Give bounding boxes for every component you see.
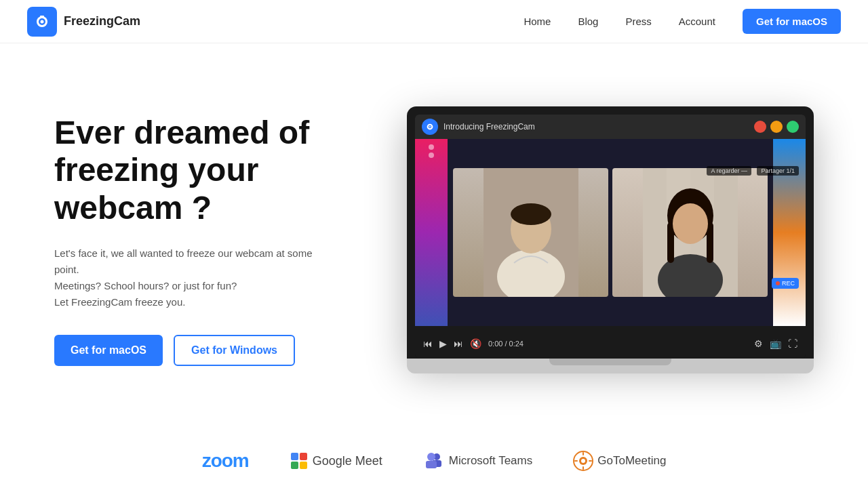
cast-button[interactable]: 📺 [770, 338, 781, 349]
brands-section: zoom Google Meet Micro [0, 423, 868, 488]
brand-zoom: zoom [202, 450, 249, 472]
svg-point-21 [673, 203, 708, 244]
svg-rect-25 [291, 462, 298, 469]
get-macos-button[interactable]: Get for macOS [54, 335, 163, 366]
progress-track[interactable] [415, 326, 806, 329]
nav-press[interactable]: Press [625, 16, 651, 27]
svg-rect-38 [574, 460, 578, 462]
video-container: Introducing FreezingCam [415, 115, 806, 359]
topbar-controls [754, 121, 799, 133]
person-1-silhouette [484, 168, 578, 297]
logo-text: FreezingCam [64, 14, 140, 28]
person-1-video [453, 168, 608, 297]
time-display: 0:00 / 0:24 [488, 340, 524, 348]
svg-rect-36 [583, 452, 584, 455]
video-sidebar-left [415, 139, 448, 326]
window-maximize-btn[interactable] [787, 121, 799, 133]
sidebar-dot [429, 144, 434, 150]
window-close-btn[interactable] [754, 121, 766, 133]
hero-buttons: Get for macOS Get for Windows [54, 335, 339, 366]
settings-button[interactable]: ⚙ [754, 338, 763, 349]
goto-meeting-icon [573, 451, 593, 471]
skip-forward-button[interactable]: ⏭ [454, 338, 463, 349]
svg-rect-39 [589, 460, 592, 462]
hero-left: Ever dreamed of freezing your webcam ? L… [54, 114, 339, 366]
laptop-base [407, 359, 814, 373]
person-2-video [612, 168, 768, 297]
svg-rect-26 [300, 462, 307, 469]
svg-point-6 [429, 126, 431, 127]
get-macos-nav-button[interactable]: Get for macOS [743, 9, 841, 34]
window-minimize-btn[interactable] [770, 121, 783, 133]
logo-area: FreezingCam [27, 7, 140, 37]
video-controls: ⏮ ▶ ⏭ 🔇 0:00 / 0:24 ⚙ 📺 ⛶ [415, 329, 806, 359]
logo-icon [27, 7, 57, 37]
fullscreen-button[interactable]: ⛶ [788, 338, 797, 349]
laptop-screen: Introducing FreezingCam [415, 115, 806, 359]
svg-point-35 [581, 459, 585, 463]
nav-account[interactable]: Account [679, 16, 715, 27]
mute-button[interactable]: 🔇 [470, 338, 481, 349]
svg-rect-37 [583, 466, 584, 470]
hero-laptop: Introducing FreezingCam [407, 106, 814, 373]
svg-rect-19 [667, 222, 674, 263]
svg-point-2 [41, 20, 44, 23]
person-2-silhouette [643, 168, 738, 297]
topbar-title: Introducing FreezingCam [443, 122, 749, 131]
hero-section: Ever dreamed of freezing your webcam ? L… [0, 43, 868, 423]
brand-google-meet: Google Meet [290, 451, 382, 470]
play-button[interactable]: ▶ [439, 338, 447, 349]
video-main-area: A regarder — Partager 1/1 REC [415, 139, 806, 326]
brand-microsoft-teams: Microsoft Teams [423, 451, 532, 471]
cam-icon [425, 122, 435, 131]
nav-blog[interactable]: Blog [578, 16, 598, 27]
svg-point-30 [427, 453, 435, 461]
video-overlay-2: Partager 1/1 [757, 166, 799, 176]
video-topbar: Introducing FreezingCam [415, 115, 806, 139]
skip-back-button[interactable]: ⏮ [423, 338, 433, 349]
svg-rect-32 [426, 461, 437, 468]
topbar-cam-icon [422, 119, 438, 135]
laptop-screen-outer: Introducing FreezingCam [407, 106, 814, 359]
get-windows-button[interactable]: Get for Windows [174, 335, 295, 366]
svg-rect-20 [707, 222, 713, 263]
video-cell-2 [612, 168, 768, 297]
video-grid [453, 168, 768, 297]
hero-description: Let's face it, we all wanted to freeze o… [54, 245, 339, 310]
svg-rect-3 [40, 16, 44, 18]
video-cell-1 [453, 168, 608, 297]
rec-dot [776, 281, 780, 285]
camera-icon [33, 12, 52, 31]
microsoft-teams-icon [423, 451, 443, 471]
video-content: A regarder — Partager 1/1 [448, 139, 773, 326]
brand-goto-meeting: GoToMeeting [573, 451, 666, 471]
sidebar-dot [429, 152, 434, 158]
main-nav: Home Blog Press Account Get for macOS [524, 9, 841, 34]
svg-point-10 [511, 203, 551, 225]
nav-home[interactable]: Home [524, 16, 551, 27]
google-meet-icon [290, 451, 309, 470]
svg-rect-24 [300, 453, 307, 460]
laptop-wrapper: Introducing FreezingCam [407, 106, 814, 373]
video-overlay-1: A regarder — [707, 166, 751, 176]
recording-badge: REC [772, 278, 799, 289]
hero-title: Ever dreamed of freezing your webcam ? [54, 114, 339, 226]
header: FreezingCam Home Blog Press Account Get … [0, 0, 868, 43]
svg-rect-23 [291, 453, 298, 460]
brands-row-1: zoom Google Meet Micro [54, 450, 814, 472]
